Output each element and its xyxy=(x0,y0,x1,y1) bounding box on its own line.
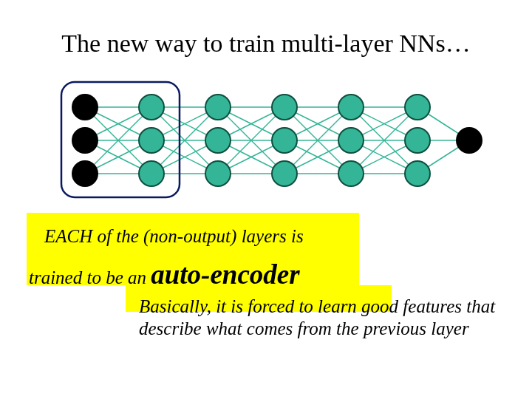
nn-node xyxy=(72,128,98,153)
nn-node xyxy=(405,128,430,153)
nn-node xyxy=(205,128,231,153)
nn-node xyxy=(405,95,430,120)
nn-node xyxy=(338,128,364,153)
nn-node xyxy=(272,95,297,120)
nn-node xyxy=(338,95,364,120)
slide-title: The new way to train multi-layer NNs… xyxy=(0,30,532,58)
nn-node xyxy=(457,128,482,153)
nn-node xyxy=(272,161,297,186)
nn-node xyxy=(205,161,231,186)
nn-node xyxy=(205,95,231,120)
nn-node xyxy=(139,128,164,153)
nn-node xyxy=(72,95,98,120)
nn-node xyxy=(72,161,98,186)
nn-node xyxy=(139,95,164,120)
caption-line-2a: trained to be an xyxy=(29,267,151,287)
autoencoder-term: auto-encoder xyxy=(151,259,299,290)
nn-diagram xyxy=(41,78,499,203)
nn-node xyxy=(405,161,430,186)
nn-node xyxy=(139,161,164,186)
caption-line-2: trained to be an auto-encoder xyxy=(29,259,300,290)
nn-node xyxy=(272,128,297,153)
caption-line-3: Basically, it is forced to learn good fe… xyxy=(139,296,501,339)
nn-node xyxy=(338,161,364,186)
caption-line-1: EACH of the (non-output) layers is xyxy=(44,226,304,247)
